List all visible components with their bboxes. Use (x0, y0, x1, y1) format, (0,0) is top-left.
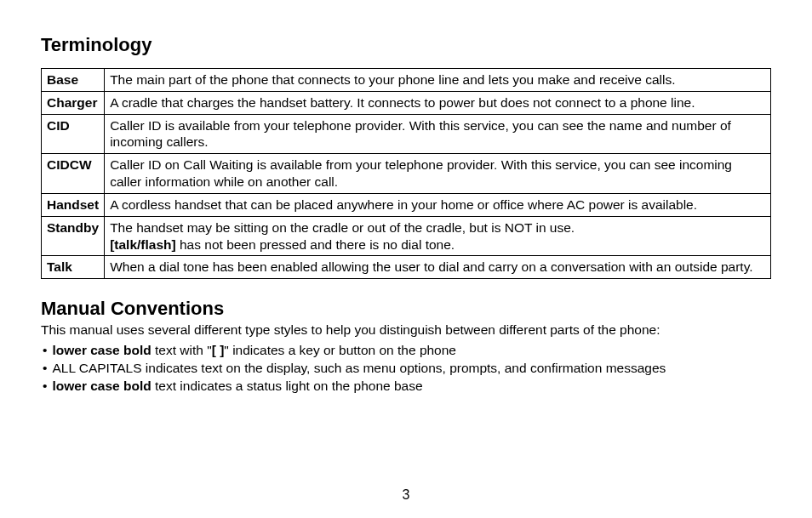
terminology-table: Base The main part of the phone that con… (41, 68, 771, 279)
list-item: lower case bold text indicates a status … (41, 378, 771, 396)
table-row: Base The main part of the phone that con… (42, 69, 771, 92)
list-item: ALL CAPITALS indicates text on the displ… (41, 360, 771, 378)
table-row: Handset A cordless handset that can be p… (42, 193, 771, 216)
definition-cell: A cradle that charges the handset batter… (105, 91, 771, 114)
term-cell: Standby (42, 216, 105, 256)
term-cell: Handset (42, 193, 105, 216)
term-cell: Base (42, 69, 105, 92)
term-cell: CID (42, 114, 105, 154)
definition-cell: A cordless handset that can be placed an… (105, 193, 771, 216)
definition-cell: The main part of the phone that connects… (105, 69, 771, 92)
conventions-heading: Manual Conventions (41, 298, 771, 320)
table-row: CID Caller ID is available from your tel… (42, 114, 771, 154)
definition-cell: The handset may be sitting on the cradle… (105, 216, 771, 256)
list-item: lower case bold text with "[ ]" indicate… (41, 342, 771, 360)
table-row: Standby The handset may be sitting on th… (42, 216, 771, 256)
terminology-heading: Terminology (41, 34, 771, 56)
manual-page: Terminology Base The main part of the ph… (0, 0, 812, 518)
term-cell: CIDCW (42, 154, 105, 194)
conventions-list: lower case bold text with "[ ]" indicate… (41, 342, 771, 396)
term-cell: Talk (42, 256, 105, 279)
definition-cell: Caller ID on Call Waiting is available f… (105, 154, 771, 194)
page-number: 3 (0, 487, 812, 503)
definition-cell: Caller ID is available from your telepho… (105, 114, 771, 154)
definition-cell: When a dial tone has been enabled allowi… (105, 256, 771, 279)
table-row: Charger A cradle that charges the handse… (42, 91, 771, 114)
conventions-intro: This manual uses several different type … (41, 322, 771, 339)
table-row: Talk When a dial tone has been enabled a… (42, 256, 771, 279)
table-row: CIDCW Caller ID on Call Waiting is avail… (42, 154, 771, 194)
term-cell: Charger (42, 91, 105, 114)
